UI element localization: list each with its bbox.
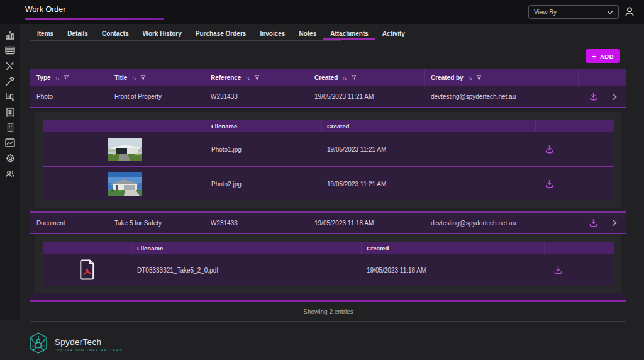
brand-tagline: Innovation That Matters [55, 348, 123, 352]
subcolumn-thumbnail [43, 120, 206, 132]
attachments-table: Type ↑↓ Title ↑↓ Reference ↑↓ Created ↑↓… [30, 69, 626, 322]
column-label: Reference [211, 74, 241, 81]
tab-invoices[interactable]: Invoices [253, 28, 292, 40]
cell-filename: Photo2.jpg [206, 167, 322, 200]
analytics-icon[interactable] [3, 30, 17, 40]
cell-actions [545, 254, 614, 286]
sort-icon[interactable]: ↑↓ [342, 75, 347, 81]
sidebar [0, 24, 20, 320]
view-by-dropdown[interactable]: View By [528, 5, 619, 19]
column-header-reference[interactable]: Reference ↑↓ [204, 69, 308, 86]
subcolumn-actions [536, 120, 614, 132]
cell-type: Document [30, 213, 108, 233]
sort-icon[interactable]: ↑↓ [468, 75, 472, 81]
user-profile-icon[interactable] [623, 5, 636, 19]
filter-icon[interactable] [476, 75, 482, 81]
column-header-title[interactable]: Title ↑↓ [108, 69, 204, 86]
reports-icon[interactable] [3, 138, 17, 149]
cell-title: Take 5 for Safety [108, 213, 204, 233]
thumbnail-cell [43, 167, 206, 200]
table-footer-strip [30, 293, 626, 302]
tab-contacts[interactable]: Contacts [95, 28, 136, 40]
table-row-photo[interactable]: Photo Front of Property W231433 19/05/20… [30, 86, 626, 108]
sort-icon[interactable]: ↑↓ [245, 75, 250, 81]
subcolumn-icon [43, 242, 132, 254]
column-label: Title [114, 74, 127, 81]
table-header: Type ↑↓ Title ↑↓ Reference ↑↓ Created ↑↓… [30, 69, 626, 86]
spydertech-logo-icon [28, 332, 49, 357]
invoice-icon[interactable] [3, 108, 17, 118]
filter-icon[interactable] [64, 75, 69, 81]
download-icon[interactable] [545, 179, 554, 189]
sort-icon[interactable]: ↑↓ [55, 75, 60, 81]
cell-title: Front of Property [108, 86, 204, 107]
cell-created: 19/05/2023 11:18 AM [308, 213, 425, 233]
column-header-type[interactable]: Type ↑↓ [30, 69, 108, 86]
tab-items[interactable]: Items [30, 28, 60, 40]
cell-reference: W231433 [204, 213, 308, 233]
users-icon[interactable] [3, 169, 17, 179]
cell-created: 19/05/2023 11:21 AM [322, 132, 536, 166]
footer-branding: SpyderTech Innovation That Matters [28, 332, 123, 357]
column-label: Created [314, 74, 338, 81]
column-label: Type [36, 74, 51, 81]
tab-work-history[interactable]: Work History [136, 28, 189, 40]
filter-icon[interactable] [140, 75, 146, 81]
page-title: Work Order [25, 5, 65, 14]
sort-icon[interactable]: ↑↓ [131, 75, 136, 81]
photo-thumbnail[interactable] [108, 138, 142, 161]
filter-icon[interactable] [351, 75, 357, 81]
subcolumn-filename: Filename [206, 120, 322, 132]
expanded-panel-photo: Filename Created [35, 112, 621, 208]
plus-icon: + [592, 52, 597, 60]
building-icon[interactable] [3, 123, 17, 133]
entries-count: Showing 2 entries [30, 302, 626, 315]
photo-files-subtable: Filename Created [43, 120, 614, 200]
list-icon[interactable] [3, 46, 17, 56]
subcolumn-filename: Filename [132, 242, 362, 254]
topbar: Work Order View By [0, 0, 644, 24]
title-underline [25, 18, 164, 20]
tab-notes[interactable]: Notes [292, 28, 323, 40]
document-files-subtable: Filename Created DT08333321_Take5_2_0.pd… [43, 242, 614, 286]
cell-created: 19/05/2023 11:21 AM [322, 167, 536, 200]
add-button-label: ADD [600, 53, 614, 60]
inventory-icon[interactable] [3, 92, 17, 102]
chevron-right-icon[interactable] [612, 219, 618, 227]
add-button[interactable]: + ADD [586, 49, 620, 63]
cell-filename: Photo1.jpg [206, 132, 322, 166]
subtable-header: Filename Created [43, 120, 614, 132]
cell-created: 19/05/2023 11:21 AM [308, 86, 425, 107]
photo-thumbnail[interactable] [108, 172, 142, 196]
column-header-created-by[interactable]: Created by ↑↓ [425, 69, 579, 86]
tab-purchase-orders[interactable]: Purchase Orders [189, 28, 253, 40]
download-icon[interactable] [553, 266, 563, 275]
chevron-down-icon [607, 9, 613, 16]
file-row-photo2: Photo2.jpg 19/05/2023 11:21 AM [43, 166, 614, 200]
filter-icon[interactable] [254, 75, 260, 81]
download-icon[interactable] [589, 218, 598, 228]
tab-details[interactable]: Details [60, 28, 95, 40]
chevron-right-icon[interactable] [612, 93, 618, 101]
column-header-actions [579, 69, 626, 86]
tools-icon[interactable] [3, 61, 17, 71]
cell-actions [536, 132, 614, 166]
download-icon[interactable] [589, 92, 598, 101]
cell-created-by: devtesting@spydertech.net.au [425, 213, 579, 233]
cell-actions [579, 86, 626, 107]
download-icon[interactable] [545, 145, 554, 154]
hammer-icon[interactable] [3, 77, 17, 87]
thumbnail-cell [43, 132, 206, 166]
cell-created-by: devtesting@spydertech.net.au [425, 86, 579, 107]
cell-reference: W231433 [204, 86, 308, 107]
pdf-file-icon[interactable] [79, 259, 96, 281]
cell-filename: DT08333321_Take5_2_0.pdf [132, 254, 362, 286]
tab-activity[interactable]: Activity [375, 28, 412, 40]
tab-bar: Items Details Contacts Work History Purc… [30, 28, 341, 41]
expanded-panel-document: Filename Created DT08333321_Take5_2_0.pd… [35, 234, 621, 293]
settings-icon[interactable] [3, 154, 17, 164]
brand-name: SpyderTech [55, 337, 123, 347]
tab-attachments[interactable]: Attachments [323, 28, 375, 40]
table-row-document[interactable]: Document Take 5 for Safety W231433 19/05… [30, 211, 626, 234]
column-header-created[interactable]: Created ↑↓ [308, 69, 425, 86]
